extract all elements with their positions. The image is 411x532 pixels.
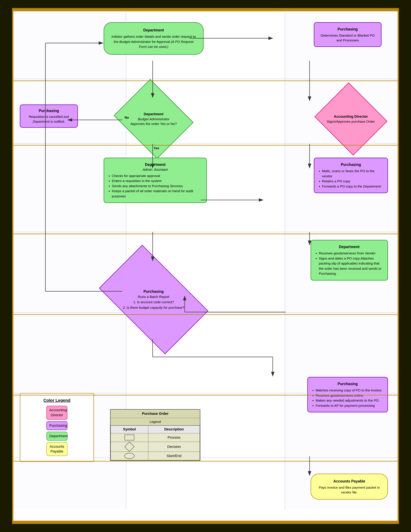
yes-label: Yes: [154, 146, 159, 150]
no-label: No: [125, 116, 129, 119]
purchasing-top-title: Purchasing: [319, 27, 376, 32]
purchasing-top-node: Purchasing Determines Standard or Blanke…: [314, 22, 382, 47]
acct-director-node: Accounting Director Signs/Approves purch…: [314, 90, 388, 148]
dept-start-node: Department Initiator gathers order detai…: [104, 22, 204, 55]
purchasing-cancelled-node: Purchasing Requisition is cancelled and …: [20, 104, 78, 128]
dept-start-body: Initiator: [112, 35, 123, 38]
legend-item-ap: Accounts Payable: [47, 442, 67, 456]
po-process-label: Process: [148, 433, 200, 442]
accounts-payable-node: Accounts Payable Pays invoice and files …: [311, 474, 388, 500]
po-legend-box: Purchase Order Legend Symbol Description…: [110, 409, 200, 461]
legend-item-purchasing: Purchasing: [47, 421, 67, 430]
purchasing-batch-node: Purchasing Runs a Batch Report1. Is acco…: [94, 264, 213, 335]
legend-item-acct-director: Accounting Director: [47, 406, 67, 420]
po-decision-label: Decision: [148, 442, 200, 452]
po-desc-header: Description: [148, 426, 200, 433]
po-symbol-header: Symbol: [111, 426, 148, 433]
purchasing-mail-node: Purchasing Mails, scans or faxes the PO …: [314, 158, 388, 193]
dept-admin-node: Department Admin. Assistant Checks for a…: [104, 158, 207, 203]
po-startend-label: Start/End: [148, 452, 200, 460]
dept-receives-node: Department Receives goods/services from …: [311, 240, 388, 281]
color-legend-box: Color Legend Accounting Director Purchas…: [20, 393, 94, 462]
dept-start-title: Department: [111, 28, 197, 33]
legend-item-department: Department: [47, 432, 67, 441]
dept-diamond-node: Department Budget Administrator Approves…: [104, 88, 204, 150]
legend-title: Color Legend: [25, 397, 89, 403]
